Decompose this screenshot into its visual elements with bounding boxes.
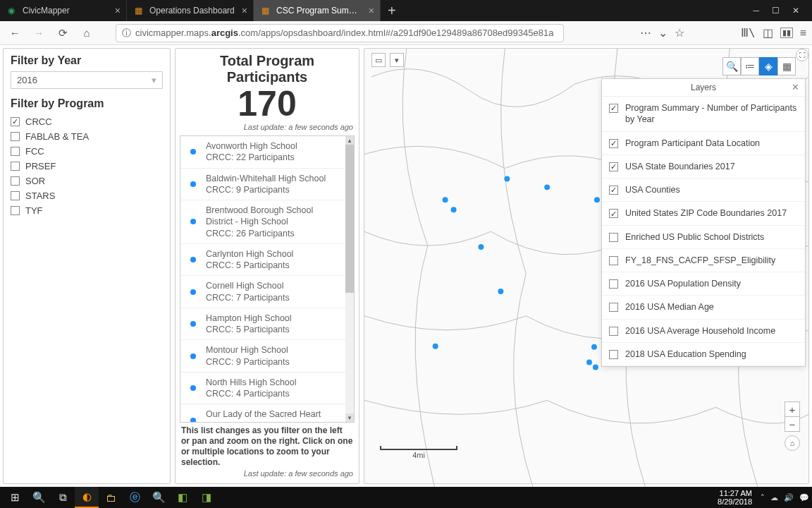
checkbox-icon[interactable] xyxy=(609,350,618,359)
map-point[interactable] xyxy=(504,176,510,181)
close-window-icon[interactable]: ✕ xyxy=(792,6,799,16)
map-basemap-button[interactable]: ▦ xyxy=(777,57,796,75)
layer-row[interactable]: ✓Program Participant Data Location xyxy=(602,132,805,155)
map-point[interactable] xyxy=(451,207,457,212)
checkbox-icon[interactable] xyxy=(11,162,20,171)
program-filter-fcc[interactable]: FCC xyxy=(11,144,163,159)
checkbox-icon[interactable] xyxy=(609,256,618,265)
school-list[interactable]: Avonworth High SchoolCRCC: 22 Participan… xyxy=(180,136,345,422)
notifications-icon[interactable]: 💬 xyxy=(799,493,809,502)
zoom-out-button[interactable]: − xyxy=(785,416,800,432)
list-item[interactable]: Our Lady of the Sacred HeartCRCC: 9 Part… xyxy=(180,404,345,422)
volume-icon[interactable]: 🔊 xyxy=(784,493,794,502)
new-tab-button[interactable]: + xyxy=(381,3,403,19)
taskbar-clock[interactable]: 11:27 AM 8/29/2018 xyxy=(718,489,756,506)
back-button[interactable]: ← xyxy=(6,24,24,42)
onedrive-icon[interactable]: ☁ xyxy=(770,493,778,502)
list-item[interactable]: North Hills High SchoolCRCC: 4 Participa… xyxy=(180,373,345,405)
list-item[interactable]: Avonworth High SchoolCRCC: 22 Participan… xyxy=(180,136,345,169)
layer-row[interactable]: 2016 USA Median Age xyxy=(602,296,805,319)
checkbox-icon[interactable]: ✓ xyxy=(11,117,20,126)
map-panel[interactable]: ▭ ▾ ⛶ 🔍 ≔ ◈ ▦ Layers ✕ ✓Program Summary … xyxy=(364,48,809,484)
maximize-icon[interactable]: ☐ xyxy=(772,6,780,16)
program-filter-stars[interactable]: STARS xyxy=(11,188,163,203)
checkbox-icon[interactable] xyxy=(609,303,618,312)
layer-row[interactable]: ✓United States ZIP Code Boundaries 2017 xyxy=(602,202,805,225)
url-bar[interactable]: ⓘ civicmapper.maps.arcgis.com/apps/opsda… xyxy=(116,24,564,42)
map-point[interactable] xyxy=(586,360,592,365)
checkbox-icon[interactable]: ✓ xyxy=(609,162,618,171)
map-point[interactable] xyxy=(591,344,597,350)
program-filter-sor[interactable]: SOR xyxy=(11,174,163,188)
menu-icon[interactable]: ≡ xyxy=(800,27,806,40)
map-point[interactable] xyxy=(593,365,598,370)
home-extent-button[interactable]: ⌂ xyxy=(785,435,800,451)
taskbar-explorer[interactable]: 🗀 xyxy=(99,487,123,508)
list-item[interactable]: Hampton High SchoolCRCC: 5 Participants xyxy=(180,308,345,341)
start-button[interactable]: ⊞ xyxy=(3,487,27,508)
pocket-icon[interactable]: ⌄ xyxy=(658,26,668,40)
close-icon[interactable]: × xyxy=(242,5,247,16)
layer-row[interactable]: ✓USA State Boundaries 2017 xyxy=(602,155,805,179)
checkbox-icon[interactable]: ✓ xyxy=(609,209,618,218)
taskbar-firefox[interactable]: ◐ xyxy=(75,487,99,508)
checkbox-icon[interactable] xyxy=(11,132,20,141)
taskbar-app1[interactable]: ◧ xyxy=(171,487,195,508)
checkbox-icon[interactable] xyxy=(11,191,20,200)
home-button[interactable]: ⌂ xyxy=(78,24,96,42)
zoom-in-button[interactable]: + xyxy=(785,401,800,417)
info-icon[interactable]: ⓘ xyxy=(122,27,131,40)
fullscreen-button[interactable]: ⛶ xyxy=(796,49,808,61)
checkbox-icon[interactable]: ✓ xyxy=(609,104,618,113)
checkbox-icon[interactable] xyxy=(609,327,618,336)
list-item[interactable]: Cornell High SchoolCRCC: 7 Participants xyxy=(180,276,345,308)
taskbar-magnifier[interactable]: 🔍 xyxy=(147,487,171,508)
map-point[interactable] xyxy=(478,244,484,250)
reload-button[interactable]: ⟳ xyxy=(54,24,72,42)
taskbar-app2[interactable]: ◨ xyxy=(195,487,219,508)
tab-opsdash[interactable]: ▦ Operations Dashboard × xyxy=(127,0,254,21)
close-icon[interactable]: ✕ xyxy=(792,82,799,92)
list-item[interactable]: Montour High SchoolCRCC: 9 Participants xyxy=(180,340,345,373)
checkbox-icon[interactable]: ✓ xyxy=(609,139,618,148)
checkbox-icon[interactable] xyxy=(609,279,618,289)
layer-row[interactable]: Enriched US Public School Districts xyxy=(602,226,805,249)
scrollbar[interactable]: ▲ ▼ xyxy=(345,136,354,422)
layer-row[interactable]: FY_18_FNS_CACFP_SFSP_Eligibility xyxy=(602,249,805,272)
program-filter-fablabtea[interactable]: FABLAB & TEA xyxy=(11,129,163,144)
container-icon[interactable]: ▮▮ xyxy=(780,28,793,38)
scrollbar-thumb[interactable] xyxy=(345,145,354,293)
layer-row[interactable]: ✓USA Counties xyxy=(602,179,805,202)
library-icon[interactable]: Ⅲ\ xyxy=(741,26,756,40)
map-search-button[interactable]: 🔍 xyxy=(722,57,741,75)
scroll-down-icon[interactable]: ▼ xyxy=(345,413,354,422)
sidebar-icon[interactable]: ◫ xyxy=(763,26,773,40)
scroll-up-icon[interactable]: ▲ xyxy=(345,136,354,145)
taskview-button[interactable]: ⧉ xyxy=(51,487,75,508)
checkbox-icon[interactable] xyxy=(11,147,20,156)
more-icon[interactable]: ⋯ xyxy=(640,26,651,40)
tab-cscprogram[interactable]: ▦ CSC Program Summary Dashb × xyxy=(254,0,381,21)
program-filter-tyf[interactable]: TYF xyxy=(11,203,163,218)
layer-row[interactable]: 2016 USA Average Household Income xyxy=(602,320,805,343)
map-point[interactable] xyxy=(443,197,448,202)
tray-up-icon[interactable]: ˄ xyxy=(761,493,765,502)
list-item[interactable]: Baldwin-Whitehall High SchoolCRCC: 9 Par… xyxy=(180,169,345,201)
map-layers-button[interactable]: ◈ xyxy=(759,57,777,75)
forward-button[interactable]: → xyxy=(30,24,48,42)
year-select[interactable]: 2016 ▾ xyxy=(11,71,163,89)
checkbox-icon[interactable] xyxy=(11,206,20,215)
map-point[interactable] xyxy=(594,197,600,202)
minimize-icon[interactable]: ─ xyxy=(753,6,759,16)
tab-civicmapper[interactable]: ◉ CivicMapper × xyxy=(0,0,127,21)
program-filter-prsef[interactable]: PRSEF xyxy=(11,159,163,174)
map-point[interactable] xyxy=(433,344,438,349)
system-tray[interactable]: ˄ ☁ 🔊 💬 xyxy=(761,493,809,502)
layer-row[interactable]: 2018 USA Education Spending xyxy=(602,343,805,366)
layer-row[interactable]: 2016 USA Population Density xyxy=(602,272,805,296)
map-point[interactable] xyxy=(544,184,550,190)
map-point[interactable] xyxy=(498,289,503,294)
close-icon[interactable]: × xyxy=(115,5,121,16)
checkbox-icon[interactable]: ✓ xyxy=(609,186,618,195)
checkbox-icon[interactable] xyxy=(11,176,20,186)
